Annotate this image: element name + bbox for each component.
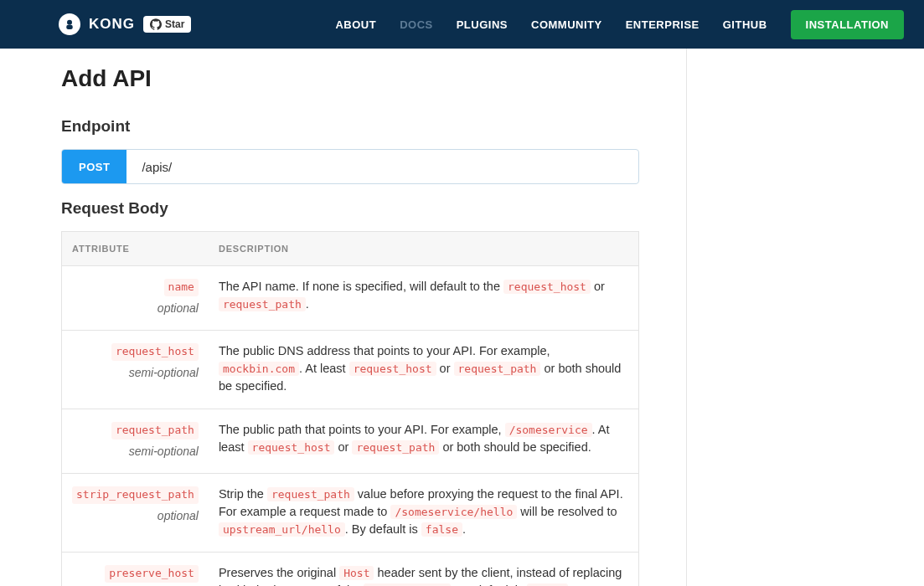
request-body-heading: Request Body (61, 199, 686, 218)
desc-cell: Strip the request_path value before prox… (209, 474, 639, 553)
inline-code: Host (339, 566, 374, 580)
inline-code: upstream_url/hello (219, 522, 345, 537)
attr-note: optional (72, 507, 199, 524)
desc-text: . By default is (345, 522, 421, 536)
inline-code: request_path (352, 440, 439, 455)
desc-text: Strip the (219, 487, 267, 501)
github-icon (150, 18, 162, 30)
desc-text: . At least (299, 362, 349, 375)
attr-note: semi-optional (72, 443, 199, 460)
attr-cell: request_pathsemi-optional (62, 409, 209, 474)
inline-code: mockbin.com (219, 362, 299, 376)
desc-text: or (436, 362, 454, 375)
inline-code: request_path (267, 487, 354, 501)
inline-code: false (421, 522, 462, 537)
attr-cell: strip_request_pathoptional (62, 474, 209, 553)
attr-name: request_path (111, 422, 199, 440)
endpoint-box: POST /apis/ (61, 149, 639, 184)
table-row: strip_request_pathoptionalStrip the requ… (62, 474, 639, 553)
nav-github[interactable]: GITHUB (723, 18, 767, 31)
http-method-badge: POST (62, 150, 126, 183)
install-button[interactable]: INSTALLATION (791, 10, 904, 39)
attr-name: preserve_host (105, 565, 199, 583)
attr-cell: preserve_hostoptional (62, 553, 209, 586)
attr-name: strip_request_path (72, 486, 199, 504)
attr-note: optional (72, 300, 199, 316)
kong-logo-icon (59, 13, 80, 35)
topbar: KONG Star ABOUT DOCS PLUGINS COMMUNITY E… (0, 0, 924, 49)
col-description: DESCRIPTION (209, 232, 639, 266)
doc-content: Add API Endpoint POST /apis/ Request Bod… (0, 49, 687, 586)
desc-cell: Preserves the original Host header sent … (209, 553, 639, 586)
desc-text: The API name. If none is specified, will… (219, 280, 503, 293)
nav-about[interactable]: ABOUT (335, 18, 376, 31)
table-row: nameoptionalThe API name. If none is spe… (62, 266, 639, 331)
inline-code: /someservice (505, 423, 592, 437)
desc-text: or (334, 440, 352, 454)
desc-text: or (591, 280, 605, 293)
inline-code: request_host (349, 362, 436, 376)
desc-cell: The API name. If none is specified, will… (209, 266, 639, 331)
github-star-button[interactable]: Star (143, 16, 191, 33)
col-attribute: ATTRIBUTE (62, 232, 209, 266)
svg-rect-1 (66, 25, 73, 29)
table-row: preserve_hostoptionalPreserves the origi… (62, 553, 639, 586)
nav-docs[interactable]: DOCS (400, 18, 433, 31)
nav-enterprise[interactable]: ENTERPRISE (626, 18, 699, 31)
desc-cell: The public path that points to your API.… (209, 409, 639, 474)
desc-text: The public path that points to your API.… (219, 423, 505, 436)
svg-point-0 (67, 20, 72, 25)
attr-name: name (164, 279, 199, 296)
desc-text: Preserves the original (219, 566, 339, 579)
main-nav: ABOUT DOCS PLUGINS COMMUNITY ENTERPRISE … (335, 10, 904, 39)
desc-cell: The public DNS address that points to yo… (209, 331, 639, 409)
nav-community[interactable]: COMMUNITY (531, 18, 602, 31)
attr-note: semi-optional (72, 364, 199, 381)
attr-cell: request_hostsemi-optional (62, 331, 209, 409)
attr-name: request_host (111, 343, 199, 361)
page-body: Add API Endpoint POST /apis/ Request Bod… (0, 49, 924, 586)
inline-code: request_host (248, 440, 335, 455)
desc-text: or both should be specified. (439, 440, 591, 454)
endpoint-heading: Endpoint (61, 117, 686, 136)
page-title: Add API (61, 65, 686, 92)
table-row: request_hostsemi-optionalThe public DNS … (62, 331, 639, 409)
desc-text: . (462, 522, 466, 536)
inline-code: /someservice/hello (390, 505, 517, 519)
desc-text: will be resolved to (517, 505, 617, 518)
inline-code: request_path (454, 362, 541, 376)
inline-code: request_host (503, 280, 591, 294)
params-table: ATTRIBUTE DESCRIPTION nameoptionalThe AP… (61, 231, 639, 586)
endpoint-path: /apis/ (126, 150, 638, 183)
brand-block[interactable]: KONG Star (59, 13, 191, 35)
desc-text: The public DNS address that points to yo… (219, 344, 550, 357)
github-star-label: Star (165, 18, 184, 30)
brand-name: KONG (89, 16, 135, 33)
desc-text: . (306, 297, 309, 311)
inline-code: request_path (219, 297, 306, 311)
table-row: request_pathsemi-optionalThe public path… (62, 409, 639, 474)
attr-cell: nameoptional (62, 266, 209, 331)
nav-plugins[interactable]: PLUGINS (457, 18, 508, 31)
